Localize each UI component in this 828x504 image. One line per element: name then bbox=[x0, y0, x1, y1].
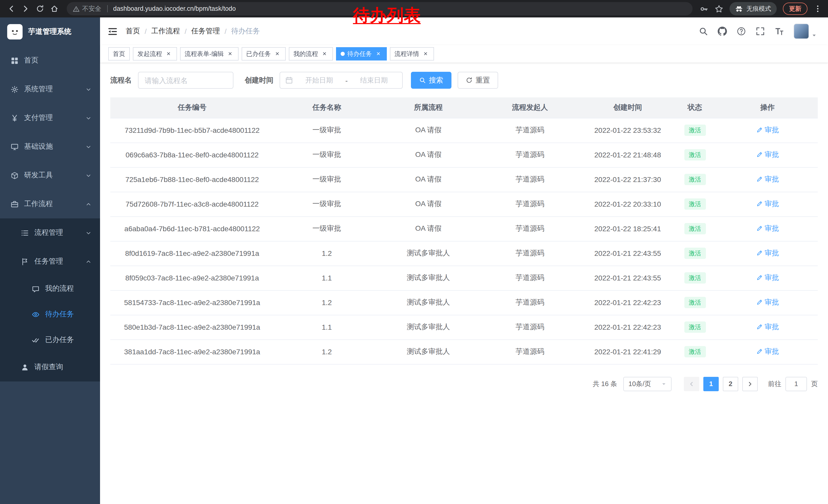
update-button[interactable]: 更新 bbox=[783, 3, 808, 15]
tab-start-process[interactable]: 发起流程× bbox=[133, 47, 177, 60]
end-date-placeholder: 结束日期 bbox=[351, 76, 397, 85]
close-icon[interactable]: × bbox=[226, 50, 234, 58]
approve-link[interactable]: 审批 bbox=[756, 175, 779, 184]
tab-my-process[interactable]: 我的流程× bbox=[289, 47, 333, 60]
close-icon[interactable]: × bbox=[422, 50, 429, 58]
approve-link[interactable]: 审批 bbox=[756, 273, 779, 282]
key-icon[interactable] bbox=[700, 4, 708, 13]
status-badge: 激活 bbox=[684, 321, 706, 333]
approve-label: 审批 bbox=[764, 249, 779, 258]
sidebar-item-system[interactable]: 系统管理 bbox=[0, 75, 100, 103]
sidebar-item-infrastructure[interactable]: 基础设施 bbox=[0, 132, 100, 161]
edit-icon bbox=[756, 324, 762, 330]
approve-link[interactable]: 审批 bbox=[756, 126, 779, 135]
task-id-cell: 73211d9d-7b9b-11ec-b5b7-acde48001122 bbox=[110, 118, 274, 142]
approve-link[interactable]: 审批 bbox=[756, 249, 779, 258]
table-row: 069c6a63-7b8a-11ec-8ef0-acde48001122 一级审… bbox=[110, 142, 818, 167]
tab-done-task[interactable]: 已办任务× bbox=[242, 47, 286, 60]
close-icon[interactable]: × bbox=[321, 50, 328, 58]
github-button[interactable] bbox=[718, 27, 727, 36]
task-id-cell: 381aa1dd-7ac8-11ec-a9e2-a2380e71991a bbox=[110, 339, 274, 364]
sidebar-item-my-process[interactable]: 我的流程 bbox=[0, 276, 100, 302]
task-name-cell: 一级审批 bbox=[274, 167, 380, 192]
reload-button[interactable] bbox=[33, 2, 47, 16]
refresh-icon bbox=[466, 77, 472, 84]
monitor-icon bbox=[11, 143, 18, 150]
sidebar-item-done-task[interactable]: 已办任务 bbox=[0, 327, 100, 353]
breadcrumb-item-0[interactable]: 首页 bbox=[126, 27, 140, 36]
search-button[interactable]: 搜索 bbox=[411, 72, 451, 89]
task-id-cell: 58154733-7ac8-11ec-a9e2-a2380e71991a bbox=[110, 290, 274, 315]
question-button[interactable] bbox=[737, 27, 746, 36]
approve-link[interactable]: 审批 bbox=[756, 347, 779, 356]
task-initiator-cell: 芋道源码 bbox=[477, 118, 583, 142]
user-avatar[interactable] bbox=[794, 24, 817, 39]
task-status-cell: 激活 bbox=[672, 192, 717, 216]
tab-process-form-edit[interactable]: 流程表单-编辑× bbox=[180, 47, 239, 60]
app-logo-row[interactable]: 芋道管理系统 bbox=[0, 17, 100, 46]
sidebar-item-home[interactable]: 首页 bbox=[0, 46, 100, 75]
reset-label: 重置 bbox=[475, 76, 490, 85]
tab-process-detail[interactable]: 流程详情× bbox=[390, 47, 434, 60]
yen-icon bbox=[11, 114, 18, 122]
approve-link[interactable]: 审批 bbox=[756, 199, 779, 209]
sidebar-item-devtools[interactable]: 研发工具 bbox=[0, 161, 100, 190]
status-badge: 激活 bbox=[684, 248, 706, 259]
page-size-select[interactable]: 10条/页 bbox=[623, 377, 671, 391]
task-process-cell: OA 请假 bbox=[380, 142, 477, 167]
page-2-button[interactable]: 2 bbox=[723, 377, 738, 391]
close-icon[interactable]: × bbox=[274, 50, 281, 58]
fullscreen-button[interactable] bbox=[756, 27, 765, 36]
back-button[interactable] bbox=[4, 2, 18, 16]
table-row: 73211d9d-7b9b-11ec-b5b7-acde48001122 一级审… bbox=[110, 118, 818, 142]
close-icon[interactable]: × bbox=[374, 50, 382, 58]
tab-todo-task[interactable]: 待办任务× bbox=[336, 47, 387, 60]
next-page-button[interactable] bbox=[742, 377, 758, 391]
task-created-cell: 2022-01-22 18:25:41 bbox=[583, 216, 672, 241]
browser-menu-icon[interactable] bbox=[814, 5, 822, 13]
forward-button[interactable] bbox=[18, 2, 33, 16]
sidebar-item-leave-query[interactable]: 请假查询 bbox=[0, 353, 100, 381]
sidebar-item-label: 已办任务 bbox=[45, 335, 74, 345]
task-created-cell: 2022-01-22 23:53:32 bbox=[583, 118, 672, 142]
sidebar-item-process-mgmt[interactable]: 流程管理 bbox=[0, 218, 100, 247]
sidebar-item-todo-task[interactable]: 待办任务 bbox=[0, 302, 100, 327]
page-1-button[interactable]: 1 bbox=[703, 377, 719, 391]
edit-icon bbox=[756, 176, 762, 183]
approve-link[interactable]: 审批 bbox=[756, 298, 779, 307]
close-icon[interactable]: × bbox=[165, 50, 172, 58]
approve-link[interactable]: 审批 bbox=[756, 322, 779, 332]
sidebar-item-label: 基础设施 bbox=[24, 142, 53, 151]
tab-home[interactable]: 首页 bbox=[108, 47, 130, 60]
chevron-down-icon bbox=[86, 115, 91, 121]
chat-icon bbox=[32, 285, 40, 292]
fontsize-button[interactable] bbox=[775, 27, 784, 36]
task-process-cell: 测试多审批人 bbox=[380, 339, 477, 364]
date-range-input[interactable]: 开始日期 - 结束日期 bbox=[280, 72, 403, 89]
task-name-cell: 1.1 bbox=[274, 266, 380, 290]
approve-link[interactable]: 审批 bbox=[756, 224, 779, 233]
approve-link[interactable]: 审批 bbox=[756, 150, 779, 159]
total-count: 共 16 条 bbox=[593, 379, 617, 388]
sidebar-item-payment[interactable]: 支付管理 bbox=[0, 103, 100, 132]
pagination: 共 16 条 10条/页 12 前往 页 bbox=[110, 377, 818, 391]
breadcrumb-item-3: 待办任务 bbox=[231, 27, 260, 36]
star-icon[interactable] bbox=[715, 4, 723, 13]
sidebar-toggle-button[interactable] bbox=[108, 27, 118, 36]
security-status[interactable]: 不安全 bbox=[73, 4, 101, 13]
prev-page-button[interactable] bbox=[684, 377, 699, 391]
incognito-label: 无痕模式 bbox=[746, 4, 771, 13]
home-button[interactable] bbox=[47, 2, 61, 16]
fullscreen-icon bbox=[756, 27, 765, 36]
sidebar-item-label: 请假查询 bbox=[34, 363, 63, 372]
task-action-cell: 审批 bbox=[717, 142, 818, 167]
search-button[interactable] bbox=[699, 27, 708, 36]
sidebar-item-workflow[interactable]: 工作流程 bbox=[0, 190, 100, 218]
process-name-input[interactable] bbox=[145, 76, 227, 84]
reset-button[interactable]: 重置 bbox=[458, 72, 498, 89]
sidebar-item-task-mgmt[interactable]: 任务管理 bbox=[0, 247, 100, 276]
breadcrumb-item-1[interactable]: 工作流程 bbox=[151, 27, 180, 36]
status-badge: 激活 bbox=[684, 198, 706, 210]
breadcrumb-item-2[interactable]: 任务管理 bbox=[191, 27, 220, 36]
goto-page-input[interactable] bbox=[785, 377, 807, 391]
